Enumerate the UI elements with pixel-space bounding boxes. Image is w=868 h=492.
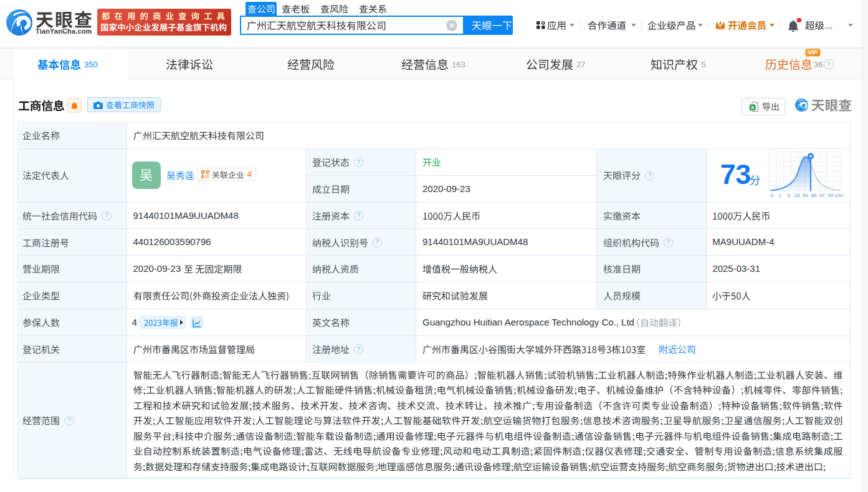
svg-text:85: 85 bbox=[811, 193, 817, 198]
svg-text:VIP: VIP bbox=[808, 49, 818, 55]
svg-text:0: 0 bbox=[770, 193, 773, 198]
svg-text:97: 97 bbox=[819, 193, 825, 198]
svg-text:15: 15 bbox=[794, 193, 800, 198]
svg-text:50: 50 bbox=[803, 193, 808, 198]
svg-text:99: 99 bbox=[828, 193, 834, 198]
svg-text:3: 3 bbox=[787, 193, 790, 198]
svg-text:1: 1 bbox=[779, 193, 782, 198]
svg-text:100: 100 bbox=[834, 193, 843, 198]
